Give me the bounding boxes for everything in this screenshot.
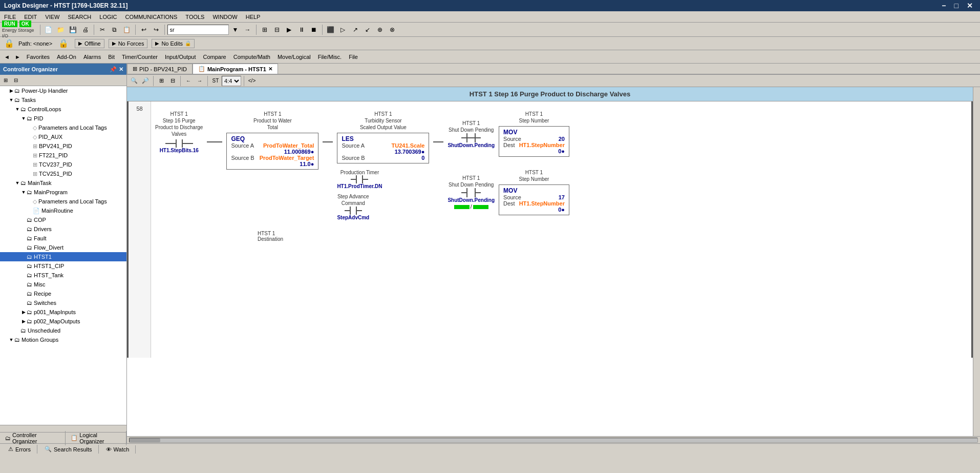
- tb-btn-10[interactable]: ⊕: [374, 24, 386, 35]
- tree-expand-all[interactable]: ⊞: [1, 76, 10, 85]
- watch-tab[interactable]: 👁 Watch: [100, 445, 136, 454]
- tree-arrow-motiongroups[interactable]: ▼: [8, 337, 14, 343]
- tree-item-motiongroups[interactable]: ▼ 🗂 Motion Groups: [0, 335, 126, 344]
- fav-computemath[interactable]: Compute/Math: [230, 53, 273, 61]
- tb-btn-9[interactable]: ↙: [362, 24, 373, 35]
- tree-item-params-local-1[interactable]: ◇ Parameters and Local Tags: [0, 123, 126, 132]
- errors-tab[interactable]: ⚠ Errors: [2, 445, 37, 454]
- ctrl-organizer-tab[interactable]: 🗂 Controller Organizer: [0, 431, 66, 445]
- tb-btn-5[interactable]: ⏹: [308, 24, 319, 35]
- tree-item-recipe[interactable]: 🗂 Recipe: [0, 289, 126, 298]
- tab-close-main[interactable]: ✕: [268, 66, 272, 72]
- minimize-button[interactable]: −: [939, 2, 949, 10]
- fav-favorites[interactable]: Favorites: [24, 53, 53, 61]
- menu-file[interactable]: FILE: [0, 13, 20, 21]
- fav-nav-left[interactable]: ◄: [2, 53, 12, 61]
- search-go[interactable]: →: [242, 24, 253, 35]
- fav-alarms[interactable]: Alarms: [80, 53, 104, 61]
- inline-st-btn[interactable]: ST: [210, 76, 221, 86]
- tree-item-unscheduled[interactable]: 🗂 Unscheduled: [0, 326, 126, 335]
- tb-btn-3[interactable]: ▶: [284, 24, 295, 35]
- tree-arrow-tasks[interactable]: ▼: [8, 97, 14, 103]
- tree-collapse-all[interactable]: ⊟: [11, 76, 20, 85]
- tree-item-switches[interactable]: 🗂 Switches: [0, 298, 126, 307]
- diagram-vscroll[interactable]: [973, 87, 980, 436]
- tree-item-flowdivert[interactable]: 🗂 Flow_Divert: [0, 243, 126, 252]
- fav-bit[interactable]: Bit: [105, 53, 118, 61]
- tree-item-tcv237[interactable]: ⊞ TCV237_PID: [0, 160, 126, 169]
- fav-addon[interactable]: Add-On: [54, 53, 79, 61]
- tree-item-mainprogram[interactable]: ▼ 🗂 MainProgram: [0, 188, 126, 197]
- tree-item-bpv241[interactable]: ⊞ BPV241_PID: [0, 141, 126, 151]
- tree-arrow-mainprogram[interactable]: ▼: [20, 189, 27, 195]
- undo-button[interactable]: ↩: [138, 24, 150, 35]
- ctrl-panel-close[interactable]: ✕: [119, 66, 123, 73]
- tb-btn-6[interactable]: ⬛: [325, 24, 336, 35]
- save-button[interactable]: 💾: [68, 24, 79, 35]
- tree-arrow-pid[interactable]: ▼: [20, 115, 27, 121]
- search-results-tab[interactable]: 🔍 Search Results: [38, 445, 99, 454]
- menu-edit[interactable]: EDIT: [20, 13, 41, 21]
- tree-item-pid-aux[interactable]: ◇ PID_AUX: [0, 132, 126, 141]
- menu-view[interactable]: VIEW: [41, 13, 63, 21]
- zoom-in-btn[interactable]: 🔍: [129, 76, 139, 86]
- tree-item-maintask[interactable]: ▼ 🗂 MainTask: [0, 178, 126, 188]
- collapse-all-btn[interactable]: </>: [247, 76, 257, 86]
- tree-item-drivers[interactable]: 🗂 Drivers: [0, 224, 126, 234]
- fav-compare[interactable]: Compare: [200, 53, 229, 61]
- tree-item-htst1cip[interactable]: 🗂 HTST1_CIP: [0, 261, 126, 271]
- fav-file[interactable]: File: [346, 53, 361, 61]
- logical-organizer-tab[interactable]: 📋 Logical Organizer: [66, 431, 126, 445]
- tree-item-p001[interactable]: ▶ 🗂 p001_MapInputs: [0, 307, 126, 317]
- menu-logic[interactable]: LOGIC: [95, 13, 121, 21]
- tree-arrow-controlloops[interactable]: ▼: [14, 106, 20, 112]
- tree-item-pid[interactable]: ▼ 🗂 PID: [0, 114, 126, 123]
- close-button[interactable]: ✕: [964, 2, 976, 10]
- menu-communications[interactable]: COMMUNICATIONS: [121, 13, 182, 21]
- zoom-out-btn[interactable]: 🔎: [140, 76, 151, 86]
- zoom-select[interactable]: 4:4 1:1 2:1: [222, 76, 241, 86]
- tab-pid-bpv[interactable]: ⊞ PID - BPV241_PID: [127, 64, 193, 74]
- append-branch-btn[interactable]: ←: [183, 76, 194, 86]
- tree-arrow-maintask[interactable]: ▼: [14, 180, 20, 186]
- redo-button[interactable]: ↪: [151, 24, 162, 35]
- tree-item-tcv251[interactable]: ⊞ TCV251_PID: [0, 169, 126, 178]
- paste-button[interactable]: 📋: [121, 24, 133, 35]
- tree-item-cop[interactable]: 🗂 COP: [0, 215, 126, 224]
- tree-item-p002[interactable]: ▶ 🗂 p002_MapOutputs: [0, 317, 126, 326]
- search-input[interactable]: [167, 25, 229, 35]
- hscroll-thumb[interactable]: [130, 438, 160, 442]
- tree-item-misc[interactable]: 🗂 Misc: [0, 280, 126, 289]
- fav-inputoutput[interactable]: Input/Output: [162, 53, 199, 61]
- tree-item-htsttank[interactable]: 🗂 HTST_Tank: [0, 271, 126, 280]
- hscroll-track[interactable]: [129, 438, 978, 443]
- print-button[interactable]: 🖨: [80, 24, 91, 35]
- tree-arrow-powerup[interactable]: ▶: [8, 88, 14, 94]
- fav-timercounter[interactable]: Timer/Counter: [119, 53, 161, 61]
- maximize-button[interactable]: □: [951, 2, 962, 10]
- tb-btn-7[interactable]: ▷: [337, 24, 349, 35]
- insert-rung-btn[interactable]: ⊞: [156, 76, 166, 86]
- open-button[interactable]: 📁: [55, 24, 67, 35]
- menu-help[interactable]: HELP: [242, 13, 265, 21]
- search-button[interactable]: ▼: [230, 24, 241, 35]
- delete-rung-btn[interactable]: ⊟: [167, 76, 178, 86]
- tree-item-controlloops[interactable]: ▼ 🗂 ControlLoops: [0, 105, 126, 114]
- menu-search[interactable]: SEARCH: [63, 13, 95, 21]
- new-button[interactable]: 📄: [43, 24, 54, 35]
- fav-nav-right[interactable]: ►: [13, 53, 23, 61]
- tb-btn-8[interactable]: ↗: [350, 24, 361, 35]
- tree-item-powerup[interactable]: ▶ 🗂 Power-Up Handler: [0, 86, 126, 95]
- menu-tools[interactable]: TOOLS: [181, 13, 208, 21]
- ctrl-panel-pin[interactable]: 📌: [110, 66, 117, 73]
- tb-btn-4[interactable]: ⏸: [296, 24, 307, 35]
- diagram-scroll[interactable]: HTST 1 Step 16 Purge Product to Discharg…: [127, 87, 973, 436]
- fav-filemisc[interactable]: File/Misc.: [315, 53, 345, 61]
- tree-item-mainroutine[interactable]: 📄 MainRoutine: [0, 206, 126, 215]
- cut-button[interactable]: ✂: [97, 24, 108, 35]
- prepend-branch-btn[interactable]: →: [195, 76, 205, 86]
- tree-item-fault[interactable]: 🗂 Fault: [0, 234, 126, 243]
- tree-arrow-p001[interactable]: ▶: [20, 309, 27, 315]
- tree-item-ft221[interactable]: ⊞ FT221_PID: [0, 151, 126, 160]
- tree-arrow-p002[interactable]: ▶: [20, 318, 27, 324]
